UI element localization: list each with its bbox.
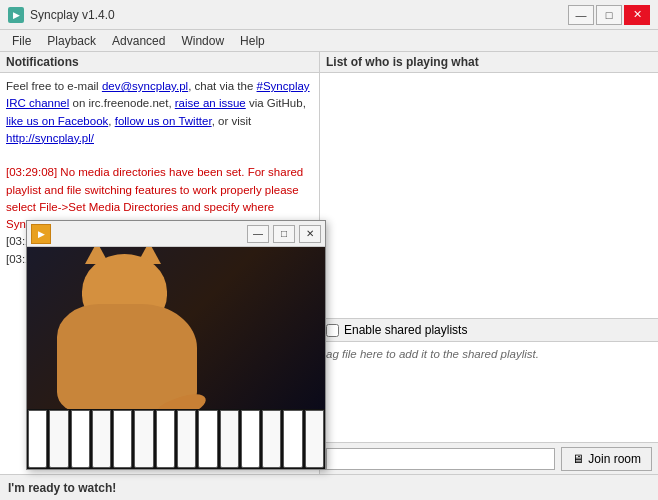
close-button[interactable]: ✕ (624, 5, 650, 25)
piano-key-11 (241, 410, 260, 468)
menu-window[interactable]: Window (173, 30, 232, 51)
piano-key-1 (28, 410, 47, 468)
piano-key-9 (198, 410, 217, 468)
notif-text-1: Feel free to e-mail (6, 80, 102, 92)
server-input[interactable] (326, 448, 555, 470)
menu-file[interactable]: File (4, 30, 39, 51)
popup-maximize-button[interactable]: □ (273, 225, 295, 243)
notif-text-6: , or visit (212, 115, 252, 127)
piano-key-12 (262, 410, 281, 468)
notif-link-issue[interactable]: raise an issue (175, 97, 246, 109)
piano-key-14 (305, 410, 324, 468)
popup-title-bar: ▶ — □ ✕ (27, 221, 325, 247)
notif-text-2: , chat via the (188, 80, 256, 92)
who-playing-header: List of who is playing what (320, 52, 658, 73)
shared-playlist-section: Enable shared playlists ag file here to … (320, 318, 658, 442)
piano-key-2 (49, 410, 68, 468)
piano-keys (27, 409, 325, 469)
notif-link-twitter[interactable]: follow us on Twitter (115, 115, 212, 127)
cat-scene (27, 247, 325, 469)
playlist-drop-text: ag file here to add it to the shared pla… (326, 348, 539, 360)
status-text: I'm ready to watch! (8, 481, 116, 495)
who-playing-area (320, 73, 658, 318)
piano-key-13 (283, 410, 302, 468)
video-popup: ▶ — □ ✕ (26, 220, 326, 470)
menu-advanced[interactable]: Advanced (104, 30, 173, 51)
playlist-checkbox-label: Enable shared playlists (344, 323, 467, 337)
bottom-input-row: 🖥 Join room (320, 442, 658, 474)
popup-close-button[interactable]: ✕ (299, 225, 321, 243)
app-title: Syncplay v1.4.0 (30, 8, 568, 22)
status-bar: I'm ready to watch! (0, 474, 658, 500)
piano-key-7 (156, 410, 175, 468)
join-icon: 🖥 (572, 452, 584, 466)
piano-key-10 (220, 410, 239, 468)
menu-bar: File Playback Advanced Window Help (0, 30, 658, 52)
piano-key-5 (113, 410, 132, 468)
maximize-button[interactable]: □ (596, 5, 622, 25)
notif-link-website[interactable]: http://syncplay.pl/ (6, 132, 94, 144)
notifications-header: Notifications (0, 52, 319, 73)
menu-playback[interactable]: Playback (39, 30, 104, 51)
playlist-dropzone: ag file here to add it to the shared pla… (320, 342, 658, 442)
join-label: Join room (588, 452, 641, 466)
app-icon: ▶ (8, 7, 24, 23)
piano-key-4 (92, 410, 111, 468)
join-room-button[interactable]: 🖥 Join room (561, 447, 652, 471)
piano-key-6 (134, 410, 153, 468)
notif-link-email[interactable]: dev@syncplay.pl (102, 80, 188, 92)
right-panel: List of who is playing what Enable share… (320, 52, 658, 474)
enable-playlist-checkbox[interactable] (326, 324, 339, 337)
minimize-button[interactable]: — (568, 5, 594, 25)
piano-key-8 (177, 410, 196, 468)
popup-play-button[interactable]: ▶ (31, 224, 51, 244)
notif-text-4: via GitHub, (246, 97, 306, 109)
notif-text-3: on irc.freenode.net, (69, 97, 174, 109)
window-controls: — □ ✕ (568, 5, 650, 25)
playlist-header-row: Enable shared playlists (320, 319, 658, 342)
notif-link-facebook[interactable]: like us on Facebook (6, 115, 108, 127)
popup-play-icon: ▶ (38, 229, 45, 239)
menu-help[interactable]: Help (232, 30, 273, 51)
piano-key-3 (71, 410, 90, 468)
video-area (27, 247, 325, 469)
popup-minimize-button[interactable]: — (247, 225, 269, 243)
title-bar: ▶ Syncplay v1.4.0 — □ ✕ (0, 0, 658, 30)
